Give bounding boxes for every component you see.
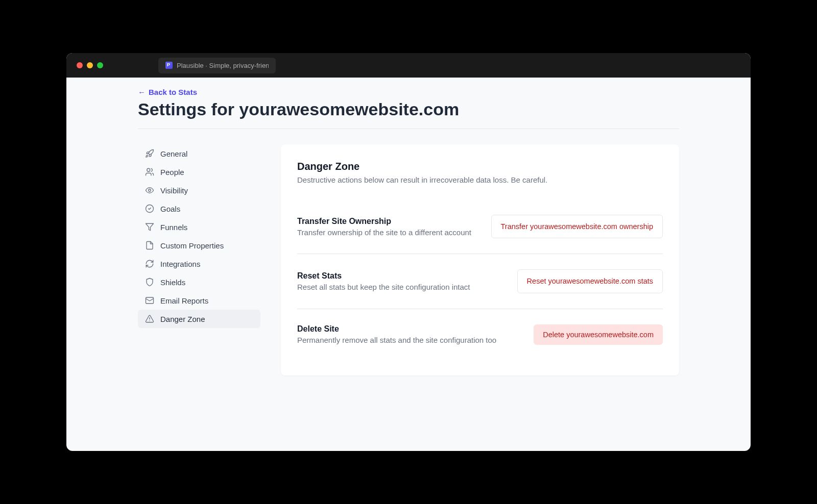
back-link-label: Back to Stats [149,88,197,96]
row-title: Reset Stats [297,271,470,281]
settings-sidebar: General People Visibility Goals [138,144,260,328]
delete-site-button[interactable]: Delete yourawesomewebsite.com [534,324,663,345]
back-to-stats-link[interactable]: ← Back to Stats [138,88,197,96]
tab-title: Plausible · Simple, privacy-frien [177,62,269,69]
sidebar-item-label: Visibility [160,186,188,195]
check-circle-icon [145,204,154,213]
sidebar-item-label: Danger Zone [160,315,205,323]
arrow-left-icon: ← [138,88,146,96]
delete-site-row: Delete Site Permanently remove all stats… [297,309,663,355]
traffic-lights [77,62,103,68]
app-window: Plausible · Simple, privacy-frien ← Back… [66,53,751,451]
people-icon [145,167,154,177]
sidebar-item-general[interactable]: General [138,144,260,163]
warning-icon [145,314,154,323]
sidebar-item-label: Custom Properties [160,241,224,250]
reset-stats-row: Reset Stats Reset all stats but keep the… [297,254,663,303]
refresh-icon [145,259,154,268]
sidebar-item-visibility[interactable]: Visibility [138,181,260,199]
row-title: Transfer Site Ownership [297,217,471,226]
sidebar-item-label: People [160,168,184,177]
section-subtitle: Destructive actions below can result in … [297,175,663,184]
section-title: Danger Zone [297,161,663,172]
row-desc: Permanently remove all stats and the sit… [297,336,496,344]
sidebar-item-label: Shields [160,278,185,287]
page-title: Settings for yourawesomewebsite.com [138,99,679,119]
rocket-icon [145,149,154,158]
window-maximize-button[interactable] [97,62,103,68]
svg-rect-4 [146,297,154,304]
sidebar-item-shields[interactable]: Shields [138,273,260,291]
sidebar-item-label: General [160,149,187,158]
titlebar: Plausible · Simple, privacy-frien [66,53,751,78]
mail-icon [145,296,154,305]
document-icon [145,241,154,250]
eye-icon [145,186,154,195]
header-divider [138,129,679,129]
sidebar-item-integrations[interactable]: Integrations [138,255,260,273]
content-area: ← Back to Stats Settings for yourawesome… [66,78,751,451]
plausible-favicon-icon [165,62,173,69]
danger-zone-card: Danger Zone Destructive actions below ca… [281,144,679,375]
reset-stats-button[interactable]: Reset yourawesomewebsite.com stats [517,269,663,293]
row-desc: Reset all stats but keep the site config… [297,283,470,291]
svg-point-1 [149,189,151,192]
row-title: Delete Site [297,324,496,334]
svg-point-0 [147,168,150,171]
transfer-ownership-row: Transfer Site Ownership Transfer ownersh… [297,205,663,248]
sidebar-item-label: Integrations [160,260,200,268]
sidebar-item-custom-properties[interactable]: Custom Properties [138,236,260,255]
sidebar-item-people[interactable]: People [138,163,260,181]
sidebar-item-funnels[interactable]: Funnels [138,218,260,236]
window-close-button[interactable] [77,62,83,68]
sidebar-item-danger-zone[interactable]: Danger Zone [138,310,260,328]
transfer-ownership-button[interactable]: Transfer yourawesomewebsite.com ownershi… [491,215,663,238]
window-minimize-button[interactable] [87,62,93,68]
sidebar-item-label: Email Reports [160,296,208,305]
svg-marker-3 [146,223,154,231]
sidebar-item-goals[interactable]: Goals [138,199,260,218]
sidebar-item-email-reports[interactable]: Email Reports [138,291,260,310]
shield-icon [145,278,154,287]
funnel-icon [145,222,154,232]
browser-tab[interactable]: Plausible · Simple, privacy-frien [158,58,276,73]
sidebar-item-label: Goals [160,205,180,213]
sidebar-item-label: Funnels [160,223,187,232]
row-desc: Transfer ownership of the site to a diff… [297,228,471,237]
